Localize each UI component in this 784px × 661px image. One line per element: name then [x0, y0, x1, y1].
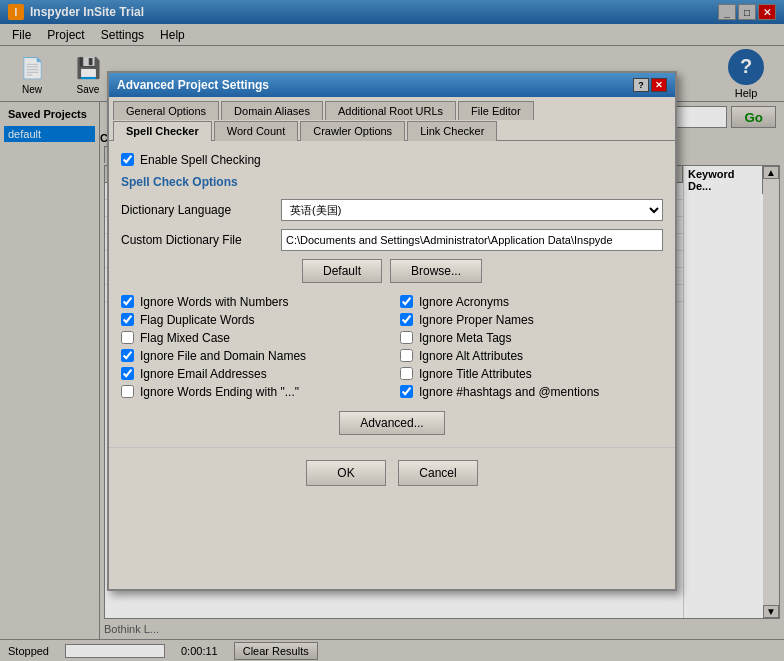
tab-file-editor[interactable]: File Editor	[458, 101, 534, 120]
dialog-titlebar: Advanced Project Settings ? ✕	[109, 73, 675, 97]
ignore-hashtags-checkbox[interactable]	[400, 385, 413, 398]
dialog-title: Advanced Project Settings	[117, 78, 269, 92]
opt-flag-duplicate-words: Flag Duplicate Words	[121, 313, 384, 327]
dialog-tabs: General Options Domain Aliases Additiona…	[109, 97, 675, 141]
opt-ignore-alt-attributes: Ignore Alt Attributes	[400, 349, 663, 363]
advanced-settings-dialog: Advanced Project Settings ? ✕ General Op…	[107, 71, 677, 591]
spell-options-grid: Ignore Words with Numbers Ignore Acronym…	[121, 295, 663, 399]
ignore-words-ending-checkbox[interactable]	[121, 385, 134, 398]
ignore-title-attributes-checkbox[interactable]	[400, 367, 413, 380]
opt-ignore-title-attributes: Ignore Title Attributes	[400, 367, 663, 381]
opt-ignore-proper-names: Ignore Proper Names	[400, 313, 663, 327]
dialog-footer: OK Cancel	[109, 447, 675, 498]
tab-word-count[interactable]: Word Count	[214, 121, 299, 141]
ignore-words-numbers-label: Ignore Words with Numbers	[140, 295, 289, 309]
tab-crawler-options[interactable]: Crawler Options	[300, 121, 405, 141]
dialog-title-controls: ? ✕	[633, 78, 667, 92]
default-button[interactable]: Default	[302, 259, 382, 283]
dialog-overlay: Advanced Project Settings ? ✕ General Op…	[0, 0, 784, 661]
tab-general-options[interactable]: General Options	[113, 101, 219, 120]
advanced-row: Advanced...	[121, 411, 663, 435]
tabs-row-2: Spell Checker Word Count Crawler Options…	[113, 121, 499, 140]
ok-button[interactable]: OK	[306, 460, 386, 486]
ignore-alt-attributes-checkbox[interactable]	[400, 349, 413, 362]
tab-link-checker[interactable]: Link Checker	[407, 121, 497, 141]
dict-lang-label: Dictionary Language	[121, 203, 281, 217]
default-browse-row: Default Browse...	[121, 259, 663, 283]
ignore-proper-names-checkbox[interactable]	[400, 313, 413, 326]
ignore-words-ending-label: Ignore Words Ending with "..."	[140, 385, 299, 399]
opt-flag-mixed-case: Flag Mixed Case	[121, 331, 384, 345]
flag-mixed-case-checkbox[interactable]	[121, 331, 134, 344]
dialog-help-button[interactable]: ?	[633, 78, 649, 92]
opt-ignore-words-ending: Ignore Words Ending with "..."	[121, 385, 384, 399]
cancel-button[interactable]: Cancel	[398, 460, 478, 486]
opt-ignore-file-domain: Ignore File and Domain Names	[121, 349, 384, 363]
ignore-acronyms-label: Ignore Acronyms	[419, 295, 509, 309]
ignore-words-numbers-checkbox[interactable]	[121, 295, 134, 308]
dialog-close-button[interactable]: ✕	[651, 78, 667, 92]
advanced-button[interactable]: Advanced...	[339, 411, 444, 435]
custom-dict-row: Custom Dictionary File	[121, 229, 663, 251]
dialog-content: Enable Spell Checking Spell Check Option…	[109, 141, 675, 447]
enable-spell-checking-checkbox[interactable]	[121, 153, 134, 166]
ignore-file-domain-label: Ignore File and Domain Names	[140, 349, 306, 363]
tab-domain-aliases[interactable]: Domain Aliases	[221, 101, 323, 120]
dict-lang-row: Dictionary Language 英语(美国)	[121, 199, 663, 221]
ignore-hashtags-label: Ignore #hashtags and @mentions	[419, 385, 599, 399]
opt-ignore-words-numbers: Ignore Words with Numbers	[121, 295, 384, 309]
dict-lang-select[interactable]: 英语(美国)	[281, 199, 663, 221]
ignore-email-label: Ignore Email Addresses	[140, 367, 267, 381]
ignore-meta-tags-checkbox[interactable]	[400, 331, 413, 344]
ignore-file-domain-checkbox[interactable]	[121, 349, 134, 362]
opt-ignore-email: Ignore Email Addresses	[121, 367, 384, 381]
tab-additional-root-urls[interactable]: Additional Root URLs	[325, 101, 456, 120]
ignore-email-checkbox[interactable]	[121, 367, 134, 380]
custom-dict-input[interactable]	[281, 229, 663, 251]
opt-ignore-hashtags: Ignore #hashtags and @mentions	[400, 385, 663, 399]
enable-spell-checking-label: Enable Spell Checking	[140, 153, 261, 167]
ignore-proper-names-label: Ignore Proper Names	[419, 313, 534, 327]
ignore-title-attributes-label: Ignore Title Attributes	[419, 367, 532, 381]
opt-ignore-meta-tags: Ignore Meta Tags	[400, 331, 663, 345]
flag-mixed-case-label: Flag Mixed Case	[140, 331, 230, 345]
ignore-alt-attributes-label: Ignore Alt Attributes	[419, 349, 523, 363]
spell-check-options-title: Spell Check Options	[121, 175, 663, 189]
flag-duplicate-words-label: Flag Duplicate Words	[140, 313, 255, 327]
flag-duplicate-words-checkbox[interactable]	[121, 313, 134, 326]
browse-button[interactable]: Browse...	[390, 259, 482, 283]
ignore-acronyms-checkbox[interactable]	[400, 295, 413, 308]
custom-dict-label: Custom Dictionary File	[121, 233, 281, 247]
ignore-meta-tags-label: Ignore Meta Tags	[419, 331, 512, 345]
tabs-row-1: General Options Domain Aliases Additiona…	[113, 101, 536, 119]
tab-spell-checker[interactable]: Spell Checker	[113, 121, 212, 141]
opt-ignore-acronyms: Ignore Acronyms	[400, 295, 663, 309]
enable-spell-checking-row: Enable Spell Checking	[121, 153, 663, 167]
